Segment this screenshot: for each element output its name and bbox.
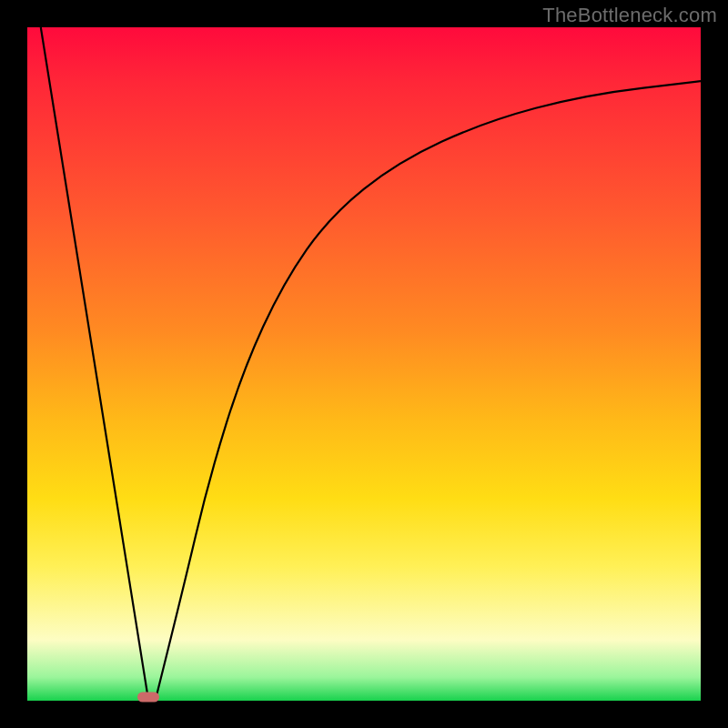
optimum-marker xyxy=(137,693,159,703)
plot-area xyxy=(27,27,701,701)
left-slope-line xyxy=(41,27,148,701)
right-curve-line xyxy=(156,81,701,701)
curve-layer xyxy=(27,27,701,701)
watermark-text: TheBottleneck.com xyxy=(542,4,717,27)
chart-frame: TheBottleneck.com xyxy=(0,0,728,728)
